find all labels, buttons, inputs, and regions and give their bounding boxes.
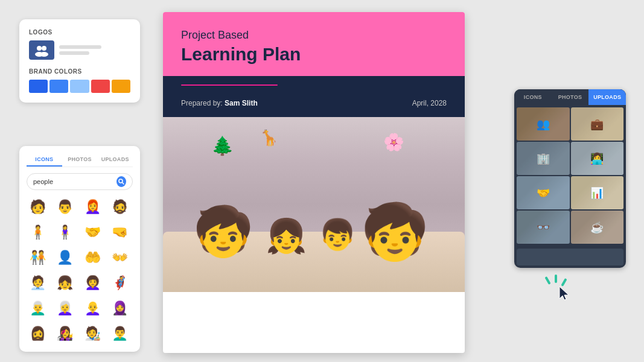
search-input[interactable]: [33, 178, 116, 185]
right-tab-icons[interactable]: ICONS: [514, 89, 552, 105]
icons-panel: ICONS PHOTOS UPLOADS 🧑 👨 👩‍🦰 🧔 🧍 🧍‍♀️ 🤝 …: [19, 146, 140, 352]
cursor-ray-2: [555, 275, 557, 283]
color-swatch-1[interactable]: [29, 80, 48, 93]
photo-grid: 👥 💼 🏢 👩‍💻 🤝 📊 👓 ☕: [514, 105, 626, 246]
list-item[interactable]: 🧑‍🤝‍🧑: [27, 247, 48, 268]
icons-tabs: ICONS PHOTOS UPLOADS: [27, 153, 133, 167]
icon-grid: 🧑 👨 👩‍🦰 🧔 🧍 🧍‍♀️ 🤝 🤜 🧑‍🤝‍🧑 👤 🤲 👐 🧑‍💼 👧 👩…: [27, 196, 133, 345]
logo-line-1: [59, 45, 101, 49]
logos-brand-panel: LOGOS BRAND COLORS: [19, 19, 140, 103]
list-item[interactable]: 👩‍🦳: [54, 297, 76, 319]
photo-cell-2[interactable]: 💼: [571, 107, 624, 141]
photo-cell-6[interactable]: 📊: [571, 176, 624, 209]
search-button[interactable]: [116, 176, 126, 187]
logo-area: [29, 40, 130, 60]
logo-line-2: [59, 51, 89, 55]
right-media-panel: ICONS PHOTOS UPLOADS 👥 💼 🏢 👩‍💻 🤝 📊 👓 ☕: [514, 89, 626, 268]
document-title: Learning Plan: [181, 44, 447, 64]
tab-icons[interactable]: ICONS: [27, 153, 62, 167]
author-name: Sam Slith: [225, 99, 258, 107]
photo-cell-7[interactable]: 👓: [517, 211, 570, 244]
list-item[interactable]: 🤲: [81, 247, 103, 268]
logo-icon: [29, 40, 54, 60]
svg-point-1: [42, 46, 46, 51]
list-item[interactable]: 🦸: [109, 272, 131, 294]
logo-lines: [59, 45, 101, 55]
list-item[interactable]: 👨‍🦱: [109, 323, 131, 345]
list-item[interactable]: 👨‍🦳: [27, 297, 48, 319]
tab-photos[interactable]: PHOTOS: [62, 153, 98, 167]
list-item[interactable]: 🧔: [109, 196, 131, 218]
document-header: Project Based Learning Plan: [163, 12, 465, 76]
document-subtitle: Project Based: [181, 29, 447, 42]
prepared-by-label: Prepared by:: [181, 99, 223, 107]
list-item[interactable]: 🧑‍💼: [27, 272, 48, 294]
color-swatch-2[interactable]: [49, 80, 68, 93]
list-item[interactable]: 🧍‍♀️: [54, 221, 76, 243]
cursor-arrow: [557, 285, 572, 305]
photo-cell-1[interactable]: 👥: [517, 107, 570, 141]
list-item[interactable]: 👩‍🦰: [81, 196, 103, 218]
right-panel-tabs: ICONS PHOTOS UPLOADS: [514, 89, 626, 105]
document-divider-line: [181, 84, 278, 86]
list-item[interactable]: 🧕: [109, 297, 131, 319]
list-item[interactable]: 🤝: [81, 221, 103, 243]
right-tab-uploads[interactable]: UPLOADS: [588, 89, 626, 105]
list-item[interactable]: 👩‍🎤: [54, 323, 76, 345]
list-item[interactable]: 👧: [54, 272, 76, 294]
list-item[interactable]: 👩‍🦱: [81, 272, 103, 294]
color-swatch-3[interactable]: [70, 80, 89, 93]
cursor-ray-1: [544, 276, 550, 285]
document-divider: [163, 76, 465, 94]
list-item[interactable]: 👨: [54, 196, 76, 218]
classroom-scene: 🧒 👧 🧒 👦 🌲 🦒 🌸: [163, 117, 465, 292]
right-panel-footer: [517, 249, 623, 265]
list-item[interactable]: 🧑‍🎨: [81, 323, 103, 345]
document-prepared-by: Prepared by: Sam Slith: [181, 99, 258, 107]
photo-cell-3[interactable]: 🏢: [517, 142, 570, 175]
logos-label: LOGOS: [29, 29, 130, 36]
photo-cell-5[interactable]: 🤝: [517, 176, 570, 209]
list-item[interactable]: 👩‍🦲: [81, 297, 103, 319]
list-item[interactable]: 👤: [54, 247, 76, 268]
document-panel: Project Based Learning Plan Prepared by:…: [163, 12, 465, 353]
list-item[interactable]: 👐: [109, 247, 131, 268]
brand-colors: [29, 80, 130, 93]
photo-cell-4[interactable]: 👩‍💻: [571, 142, 624, 175]
document-image: 🧒 👧 🧒 👦 🌲 🦒 🌸: [163, 117, 465, 292]
list-item[interactable]: 🤜: [109, 221, 131, 243]
svg-point-0: [37, 46, 42, 51]
brand-colors-label: BRAND COLORS: [29, 68, 130, 75]
document-date: April, 2028: [412, 99, 447, 107]
search-bar[interactable]: [27, 173, 133, 190]
list-item[interactable]: 🧔‍♀️: [27, 323, 48, 345]
color-swatch-4[interactable]: [91, 80, 110, 93]
color-swatch-5[interactable]: [112, 80, 130, 93]
tab-uploads[interactable]: UPLOADS: [97, 153, 133, 167]
svg-line-5: [123, 183, 124, 185]
list-item[interactable]: 🧍: [27, 221, 48, 243]
photo-cell-8[interactable]: ☕: [571, 211, 624, 244]
cursor-rays: [541, 275, 572, 305]
svg-point-3: [40, 52, 48, 57]
document-meta: Prepared by: Sam Slith April, 2028: [163, 94, 465, 117]
right-tab-photos[interactable]: PHOTOS: [552, 89, 589, 105]
list-item[interactable]: 🧑: [27, 196, 48, 218]
cursor-indicator: [541, 275, 572, 305]
